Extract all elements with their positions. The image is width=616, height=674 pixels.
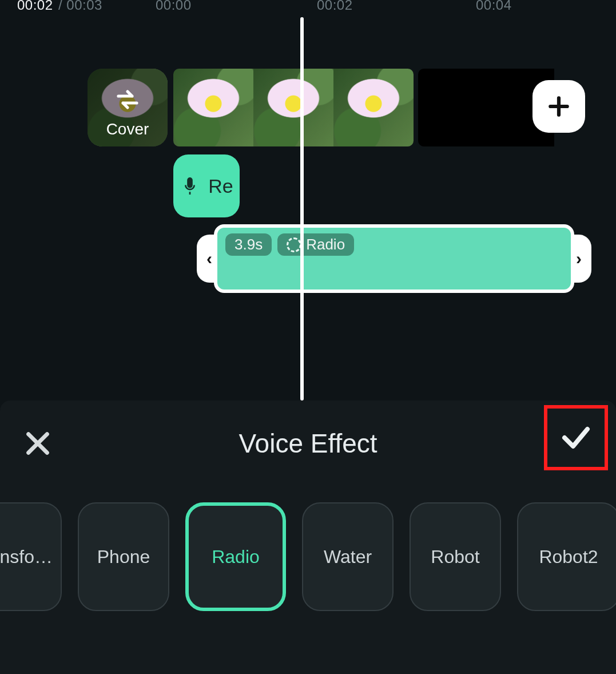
ruler-mark: 00:02 — [317, 0, 353, 13]
close-button[interactable] — [22, 427, 54, 459]
add-clip-button[interactable] — [532, 80, 585, 133]
total-time: / 00:03 — [58, 0, 102, 13]
effects-list[interactable]: ansfo… Phone Radio Water Robot Robot2 — [0, 502, 616, 611]
voice-effect-sheet: Voice Effect ansfo… Phone Radio Water Ro… — [0, 401, 616, 674]
timeline-area[interactable]: Cover Re ‹ 3.9s Radio — [0, 17, 616, 401]
effect-option-robot[interactable]: Robot — [410, 502, 501, 611]
record-label: Re — [208, 175, 233, 197]
effect-option-radio[interactable]: Radio — [185, 502, 286, 611]
effect-icon — [287, 237, 301, 252]
record-clip[interactable]: Re — [173, 154, 240, 217]
audio-clip[interactable]: ‹ 3.9s Radio › — [214, 224, 574, 293]
cover-button[interactable]: Cover — [88, 69, 168, 146]
ruler-mark: 00:00 — [156, 0, 192, 13]
playhead-time: 00:02 — [17, 0, 53, 13]
time-ruler: 00:02 / 00:03 00:00 00:02 00:04 — [0, 0, 616, 14]
effect-option-water[interactable]: Water — [302, 502, 394, 611]
effect-option-robot2[interactable]: Robot2 — [517, 502, 616, 611]
highlight-box — [544, 405, 608, 470]
duration-badge: 3.9s — [225, 233, 272, 256]
confirm-button[interactable] — [559, 421, 593, 455]
effect-badge: Radio — [277, 233, 354, 256]
sheet-title: Voice Effect — [239, 428, 377, 459]
playhead[interactable] — [300, 17, 304, 401]
effect-option-transform[interactable]: ansfo… — [0, 502, 62, 611]
cover-label: Cover — [88, 120, 168, 138]
ruler-mark: 00:04 — [476, 0, 512, 13]
microphone-icon — [180, 176, 200, 196]
effect-option-phone[interactable]: Phone — [78, 502, 169, 611]
video-clip[interactable] — [173, 69, 414, 146]
swap-icon — [114, 86, 141, 113]
